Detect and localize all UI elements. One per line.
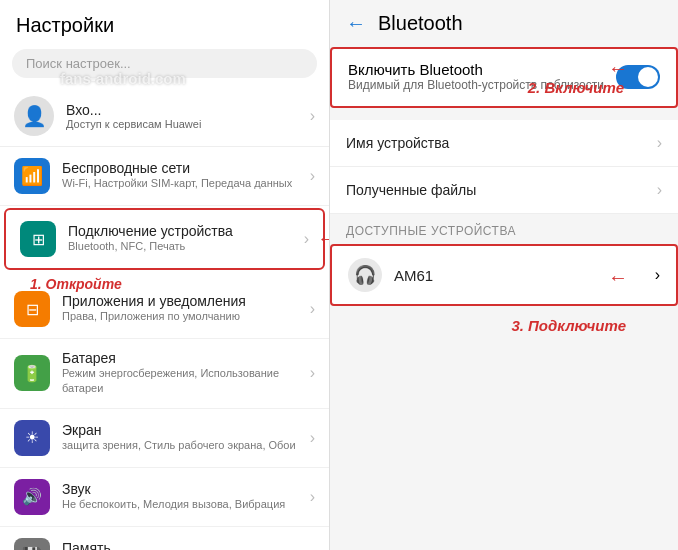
settings-item-battery[interactable]: 🔋 Батарея Режим энергосбережения, Исполь… [0, 339, 329, 409]
settings-item-apps[interactable]: ⊟ Приложения и уведомления Права, Прилож… [0, 280, 329, 339]
settings-list: 📶 Беспроводные сети Wi-Fi, Настройки SIM… [0, 147, 329, 550]
display-chevron: › [310, 429, 315, 447]
battery-chevron: › [310, 364, 315, 382]
sound-text: Звук Не беспокоить, Мелодия вызова, Вибр… [62, 481, 285, 512]
wireless-text: Беспроводные сети Wi-Fi, Настройки SIM-к… [62, 160, 292, 191]
device-am61-name: AM61 [394, 267, 433, 284]
display-text: Экран защита зрения, Стиль рабочего экра… [62, 422, 296, 453]
battery-subtitle: Режим энергосбережения, Использование ба… [62, 366, 310, 397]
device-am61-row[interactable]: 🎧 AM61 › [330, 244, 678, 306]
display-subtitle: защита зрения, Стиль рабочего экрана, Об… [62, 438, 296, 453]
battery-text: Батарея Режим энергосбережения, Использо… [62, 350, 310, 397]
available-devices-label: ДОСТУПНЫЕ УСТРОЙСТВА [330, 214, 678, 244]
display-icon: ☀ [14, 420, 50, 456]
search-input[interactable]: Поиск настроек... [12, 49, 317, 78]
profile-text: Вхо... Доступ к сервисам Huawei [66, 102, 201, 130]
settings-panel: Настройки Поиск настроек... 👤 Вхо... Дос… [0, 0, 330, 550]
memory-title: Память [62, 540, 188, 550]
memory-text: Память Память, Очистка памяти [62, 540, 188, 550]
device-connect-icon: ⊞ [20, 221, 56, 257]
bluetooth-header: ← Bluetooth [330, 0, 678, 47]
sound-chevron: › [310, 488, 315, 506]
sound-title: Звук [62, 481, 285, 497]
settings-item-display[interactable]: ☀ Экран защита зрения, Стиль рабочего эк… [0, 409, 329, 468]
arrow1: ← [317, 226, 329, 252]
device-name-chevron: › [657, 134, 662, 152]
wireless-chevron: › [310, 167, 315, 185]
display-title: Экран [62, 422, 296, 438]
bluetooth-toggle-title: Включить Bluetooth [348, 61, 616, 78]
apps-icon: ⊟ [14, 291, 50, 327]
profile-name: Вхо... [66, 102, 201, 118]
profile-row[interactable]: 👤 Вхо... Доступ к сервисам Huawei › [0, 86, 329, 147]
device-name-label: Имя устройства [346, 135, 449, 151]
device-name-row[interactable]: Имя устройства › [330, 120, 678, 167]
received-files-label: Полученные файлы [346, 182, 476, 198]
bluetooth-title: Bluetooth [378, 12, 463, 35]
bluetooth-panel: ← Bluetooth Включить Bluetooth Видимый д… [330, 0, 678, 550]
apps-subtitle: Права, Приложения по умолчанию [62, 309, 246, 324]
bluetooth-toggle-row[interactable]: Включить Bluetooth Видимый для Bluetooth… [332, 49, 676, 96]
device-connect-text: Подключение устройства Bluetooth, NFC, П… [68, 223, 233, 254]
avatar: 👤 [14, 96, 54, 136]
device-connect-chevron: › [304, 230, 309, 248]
received-files-chevron: › [657, 181, 662, 199]
profile-subtitle: Доступ к сервисам Huawei [66, 118, 201, 130]
settings-item-wireless[interactable]: 📶 Беспроводные сети Wi-Fi, Настройки SIM… [0, 147, 329, 206]
wireless-title: Беспроводные сети [62, 160, 292, 176]
annotation2-label: 2. Включите [528, 79, 624, 96]
wireless-icon: 📶 [14, 158, 50, 194]
battery-icon: 🔋 [14, 355, 50, 391]
sound-subtitle: Не беспокоить, Мелодия вызова, Вибрация [62, 497, 285, 512]
apps-title: Приложения и уведомления [62, 293, 246, 309]
apps-chevron: › [310, 300, 315, 318]
sound-icon: 🔊 [14, 479, 50, 515]
device-connect-subtitle: Bluetooth, NFC, Печать [68, 239, 233, 254]
settings-item-device-connect[interactable]: ⊞ Подключение устройства Bluetooth, NFC,… [4, 208, 325, 270]
settings-item-memory[interactable]: 💾 Память Память, Очистка памяти › [0, 527, 329, 550]
headphones-icon: 🎧 [348, 258, 382, 292]
apps-text: Приложения и уведомления Права, Приложен… [62, 293, 246, 324]
annotation3-label: 3. Подключите [511, 317, 626, 334]
memory-icon: 💾 [14, 538, 50, 550]
settings-title: Настройки [0, 0, 329, 45]
wireless-subtitle: Wi-Fi, Настройки SIM-карт, Передача данн… [62, 176, 292, 191]
settings-item-sound[interactable]: 🔊 Звук Не беспокоить, Мелодия вызова, Ви… [0, 468, 329, 527]
back-button[interactable]: ← [346, 12, 366, 35]
bluetooth-toggle-section: Включить Bluetooth Видимый для Bluetooth… [330, 47, 678, 108]
device-connect-title: Подключение устройства [68, 223, 233, 239]
device-am61-chevron: › [655, 266, 660, 284]
battery-title: Батарея [62, 350, 310, 366]
received-files-row[interactable]: Полученные файлы › [330, 167, 678, 214]
profile-chevron: › [310, 107, 315, 125]
